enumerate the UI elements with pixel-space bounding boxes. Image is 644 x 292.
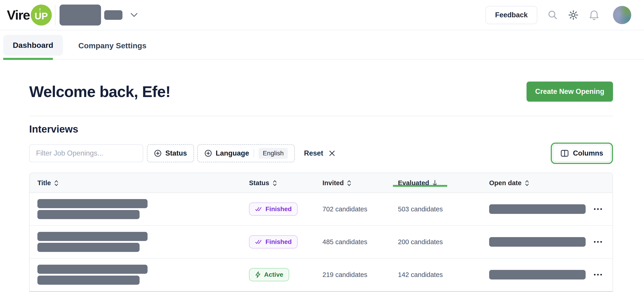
table-row[interactable]: Active 219 candidates 142 candidates — [30, 259, 612, 291]
column-header-actions — [591, 173, 612, 193]
columns-icon — [560, 150, 569, 157]
status-badge: Finished — [249, 235, 298, 249]
open-date-cell — [489, 270, 591, 280]
welcome-row: Welcome back, Efe! Create New Opening — [29, 81, 613, 102]
company-logo-redacted — [60, 4, 101, 25]
tab-company-settings[interactable]: Company Settings — [69, 35, 156, 56]
language-filter-label: Language — [216, 149, 249, 157]
evaluated-count: 200 candidates — [398, 238, 489, 246]
column-header-open-date[interactable]: Open date — [489, 173, 591, 193]
open-date-redacted — [489, 237, 586, 247]
evaluated-count: 503 candidates — [398, 205, 489, 213]
top-bar-actions: Feedback — [486, 6, 631, 24]
top-bar: Vire ↑ UP Feedback — [0, 0, 644, 30]
page-title: Welcome back, Efe! — [29, 83, 170, 100]
section-divider — [29, 116, 613, 116]
sorted-column-underline — [393, 185, 447, 187]
circle-plus-icon — [154, 149, 162, 157]
tab-dashboard[interactable]: Dashboard — [3, 35, 63, 55]
row-actions-menu-button[interactable] — [591, 271, 612, 279]
invited-count: 485 candidates — [322, 238, 398, 246]
search-icon[interactable] — [547, 10, 558, 20]
status-cell: Finished — [249, 235, 322, 249]
logo-circle: ↑ UP — [31, 4, 52, 25]
open-date-redacted — [489, 270, 586, 280]
brand-suffix-text: UP — [34, 11, 48, 22]
language-filter-value: English — [258, 148, 288, 159]
active-tab-underline — [3, 58, 53, 60]
tab-bar: Dashboard Company Settings — [0, 30, 644, 60]
chevron-down-icon — [130, 12, 138, 17]
open-date-redacted — [489, 204, 586, 214]
column-header-invited[interactable]: Invited — [322, 173, 398, 193]
invited-count: 702 candidates — [322, 205, 398, 213]
column-label: Invited — [322, 179, 344, 187]
feedback-button[interactable]: Feedback — [486, 6, 537, 24]
sort-icon — [525, 180, 529, 187]
job-title-redacted — [30, 265, 249, 285]
sort-icon — [347, 180, 352, 187]
columns-label: Columns — [573, 149, 603, 157]
evaluated-count: 142 candidates — [398, 271, 489, 279]
columns-button-focus-ring: Columns — [551, 143, 613, 164]
gear-icon[interactable] — [568, 9, 579, 20]
status-label: Finished — [266, 238, 292, 246]
column-header-evaluated[interactable]: Evaluated — [398, 173, 489, 193]
lightning-icon — [255, 271, 261, 278]
circle-plus-icon — [204, 149, 212, 157]
row-actions-menu-button[interactable] — [591, 238, 612, 246]
column-label-wrap: Evaluated — [398, 179, 429, 187]
page: Vire ↑ UP Feedback — [0, 0, 644, 292]
reset-label: Reset — [304, 149, 323, 157]
column-header-status[interactable]: Status — [249, 173, 322, 193]
company-badge-redacted — [104, 10, 122, 20]
close-icon — [328, 150, 336, 157]
redaction-bar — [38, 210, 140, 219]
status-label: Active — [264, 271, 283, 278]
column-header-title[interactable]: Title — [30, 173, 249, 193]
redaction-bar — [38, 232, 148, 241]
chip-divider — [254, 149, 254, 158]
status-filter-button[interactable]: Status — [147, 144, 194, 162]
redaction-bar — [38, 243, 140, 252]
user-avatar[interactable] — [613, 6, 631, 24]
interviews-heading: Interviews — [29, 123, 613, 135]
redaction-bar — [38, 276, 140, 285]
filter-job-openings-input[interactable] — [29, 144, 143, 162]
status-label: Finished — [266, 205, 292, 213]
reset-filters-button[interactable]: Reset — [304, 149, 336, 157]
sort-icon — [54, 180, 58, 187]
double-check-icon — [255, 206, 262, 212]
redaction-bar — [38, 199, 148, 208]
invited-count: 219 candidates — [322, 271, 398, 279]
double-check-icon — [255, 239, 262, 245]
main-content: Welcome back, Efe! Create New Opening In… — [0, 81, 644, 292]
company-selector[interactable] — [60, 4, 138, 25]
status-filter-label: Status — [165, 149, 187, 157]
filter-toolbar: Status Language English Reset — [29, 143, 613, 164]
status-cell: Finished — [249, 203, 322, 216]
columns-button[interactable]: Columns — [553, 145, 611, 162]
header-divider — [55, 5, 56, 25]
create-new-opening-button[interactable]: Create New Opening — [526, 81, 613, 102]
vireup-logo[interactable]: Vire ↑ UP — [7, 4, 52, 25]
language-filter-button[interactable]: Language English — [197, 144, 295, 162]
job-title-redacted — [30, 232, 249, 252]
table-row[interactable]: Finished 485 candidates 200 candidates — [30, 226, 612, 259]
bell-icon[interactable] — [589, 9, 599, 20]
column-label: Status — [249, 179, 269, 187]
sort-icon — [272, 180, 277, 187]
table-header-row: Title Status Invited — [30, 173, 612, 193]
open-date-cell — [489, 237, 591, 247]
brand-text: Vire — [7, 7, 30, 22]
status-cell: Active — [249, 268, 322, 281]
job-title-redacted — [30, 199, 249, 219]
table-row[interactable]: Finished 702 candidates 503 candidates — [30, 193, 612, 226]
status-badge: Active — [249, 268, 289, 281]
redaction-bar — [38, 265, 148, 274]
column-label: Open date — [489, 179, 522, 187]
row-actions-menu-button[interactable] — [591, 205, 612, 213]
open-date-cell — [489, 204, 591, 214]
status-badge: Finished — [249, 203, 298, 216]
column-label: Title — [38, 179, 51, 187]
